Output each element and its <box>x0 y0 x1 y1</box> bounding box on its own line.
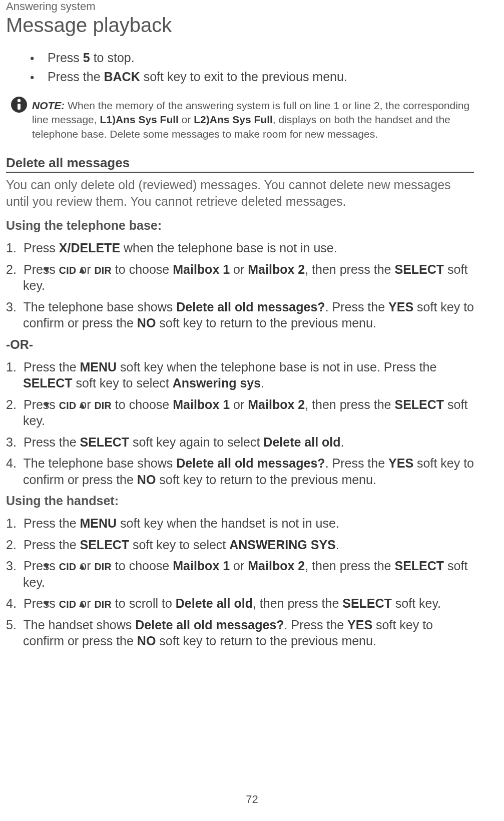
text: Press <box>24 241 59 255</box>
key-label: CID <box>59 599 76 610</box>
step-item: The handset shows Delete all old message… <box>6 617 474 649</box>
text: Press <box>48 51 83 65</box>
code-label: L1)Ans Sys Full <box>100 114 179 125</box>
option-label: Delete all old <box>263 435 340 449</box>
key-label: DIR <box>94 599 111 610</box>
steps-list: Press the MENU soft key when the telepho… <box>6 359 474 488</box>
text: soft key again to select <box>129 435 263 449</box>
step-item: Press the MENU soft key when the telepho… <box>6 359 474 391</box>
step-item: Press the SELECT soft key again to selec… <box>6 434 474 451</box>
note-label: NOTE: <box>32 100 65 111</box>
text: . Press the <box>325 300 388 314</box>
key-label: MENU <box>80 360 117 374</box>
prompt-label: Delete all old messages? <box>176 456 325 470</box>
option-label: Mailbox 1 <box>173 559 230 573</box>
info-icon <box>9 94 29 112</box>
text: to choose <box>112 262 173 276</box>
step-item: Press the SELECT soft key to select ANSW… <box>6 537 474 553</box>
text: to stop. <box>90 51 135 65</box>
text: , then press the <box>305 262 394 276</box>
text: soft key. <box>392 596 441 610</box>
step-item: Press ▼CID or ▲DIR to scroll to Delete a… <box>6 595 474 612</box>
text: The handset shows <box>24 618 136 632</box>
step-item: Press ▼CID or ▲DIR to choose Mailbox 1 o… <box>6 261 474 294</box>
page-number: 72 <box>0 793 504 806</box>
key-label: YES <box>388 300 413 314</box>
prompt-label: Delete all old messages? <box>176 300 325 314</box>
key-label: NO <box>137 634 156 648</box>
section-intro: You can only delete old (reviewed) messa… <box>6 177 474 209</box>
text: The telephone base shows <box>24 456 177 470</box>
text: . <box>261 376 264 390</box>
breadcrumb: Answering system <box>6 0 474 13</box>
text: , then press the <box>305 397 394 412</box>
section-heading: Delete all messages <box>6 155 474 173</box>
text: or <box>230 397 248 412</box>
option-label: Mailbox 2 <box>248 559 305 573</box>
text: The telephone base shows <box>24 300 177 314</box>
text: Press the <box>48 70 104 84</box>
text: soft key to return to the previous menu. <box>156 473 376 487</box>
key-label: DIR <box>94 561 111 572</box>
text: to choose <box>112 397 173 412</box>
key-label: MENU <box>80 516 117 530</box>
text: soft key to return to the previous menu. <box>156 316 376 330</box>
subsection-heading: Using the handset: <box>6 494 474 508</box>
svg-rect-1 <box>18 104 21 110</box>
text: or <box>179 114 194 125</box>
option-label: ANSWERING SYS <box>229 538 336 552</box>
steps-list: Press X/DELETE when the telephone base i… <box>6 240 474 331</box>
key-label: SELECT <box>394 262 444 276</box>
step-item: The telephone base shows Delete all old … <box>6 455 474 488</box>
text: Press <box>24 397 59 412</box>
text: or <box>230 559 248 573</box>
text: soft key to return to the previous menu. <box>156 634 376 648</box>
note-block: NOTE: When the memory of the answering s… <box>9 94 474 141</box>
key-label: SELECT <box>342 596 392 610</box>
text: , then press the <box>305 559 394 573</box>
text: soft key when the telephone base is not … <box>117 360 436 374</box>
key-label: DIR <box>94 400 111 411</box>
key-label: BACK <box>104 70 140 84</box>
option-label: Delete all old <box>176 596 253 610</box>
option-label: Mailbox 2 <box>248 397 305 412</box>
key-label: SELECT <box>394 559 444 573</box>
key-label: SELECT <box>23 376 73 390</box>
text: to choose <box>112 559 173 573</box>
text: Press the <box>24 538 80 552</box>
svg-point-2 <box>18 99 21 102</box>
step-item: Press X/DELETE when the telephone base i… <box>6 240 474 256</box>
text: soft key to select <box>129 538 229 552</box>
step-item: Press the MENU soft key when the handset… <box>6 515 474 532</box>
text: Press the <box>24 360 80 374</box>
bullet-item: Press 5 to stop. <box>30 51 474 66</box>
or-separator: -OR- <box>6 337 474 352</box>
key-label: CID <box>59 561 76 572</box>
text: . Press the <box>284 618 347 632</box>
page-title: Message playback <box>6 14 474 37</box>
text: when the telephone base is not in use. <box>120 241 337 255</box>
key-label: CID <box>59 265 76 276</box>
text: soft key when the handset is not in use. <box>117 516 339 530</box>
step-item: Press ▼CID or ▲DIR to choose Mailbox 1 o… <box>6 558 474 590</box>
text: . Press the <box>325 456 388 470</box>
text: Press <box>24 559 59 573</box>
key-label: DIR <box>94 265 111 276</box>
text: Press the <box>24 435 80 449</box>
bullet-item: Press the BACK soft key to exit to the p… <box>30 70 474 85</box>
text: soft key to exit to the previous menu. <box>140 70 347 84</box>
text: Press <box>24 262 59 276</box>
key-label: SELECT <box>394 397 444 412</box>
key-label: SELECT <box>80 435 130 449</box>
step-item: The telephone base shows Delete all old … <box>6 299 474 331</box>
key-label: NO <box>137 316 156 330</box>
text: . <box>336 538 339 552</box>
key-label: YES <box>388 456 413 470</box>
key-label: X/DELETE <box>59 241 120 255</box>
key-label: YES <box>347 618 372 632</box>
text: . <box>341 435 344 449</box>
code-label: L2)Ans Sys Full <box>194 114 273 125</box>
text: to scroll to <box>112 596 176 610</box>
prompt-label: Delete all old messages? <box>135 618 284 632</box>
text: , then press the <box>253 596 342 610</box>
